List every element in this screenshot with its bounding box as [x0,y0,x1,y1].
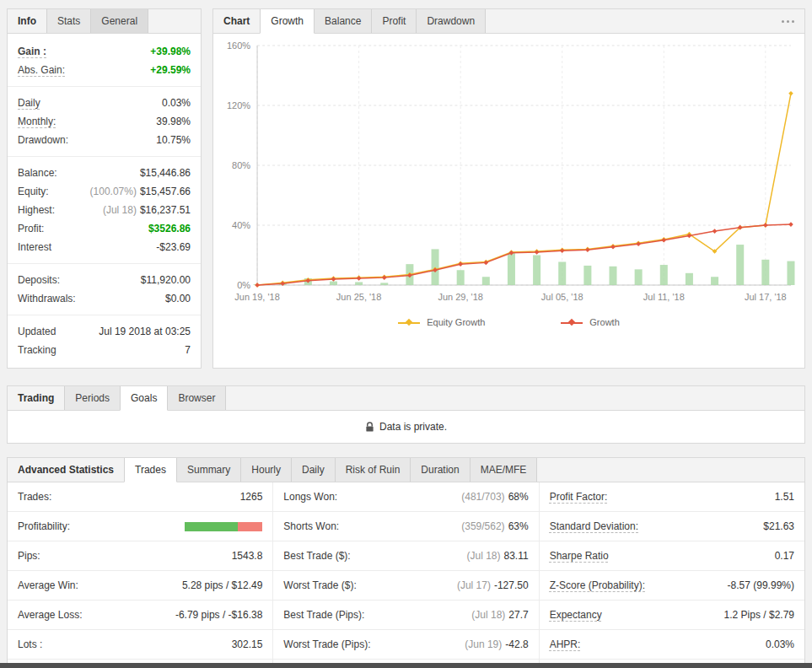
svg-text:Jun 29, '18: Jun 29, '18 [438,292,483,302]
balance-value: $15,446.86 [140,164,191,182]
stat-label: Standard Deviation: [550,520,638,532]
svg-text:Jul 17, '18: Jul 17, '18 [745,292,787,302]
ellipsis-menu-icon[interactable] [772,9,804,33]
stat-value: 1543.8 [232,550,263,562]
monthly-value: 39.98% [156,112,191,131]
stat-value: 1265 [240,491,263,503]
stat-label: AHPR: [550,638,581,650]
info-row-updated: Updated Jul 19 2018 at 03:25 [8,322,201,341]
stat-cell-sharpe-ratio: Sharpe Ratio 0.17 [540,541,804,570]
tab-trades[interactable]: Trades [124,458,177,482]
tab-daily[interactable]: Daily [291,458,336,482]
info-row-equity: Equity: (100.07%)$15,457.66 [8,182,201,201]
balance-label: Balance: [18,164,57,182]
equity-prefix: (100.07%) [90,186,137,197]
interest-value: -$23.69 [156,238,191,256]
tracking-value: 7 [185,341,191,359]
abs-gain-label: Abs. Gain: [18,61,65,79]
tab-duration[interactable]: Duration [410,458,470,482]
tab-trading[interactable]: Trading [8,386,64,410]
stat-prefix: (481/703) [461,491,504,503]
stat-label: Longs Won: [283,491,337,503]
table-row: Average Win: 5.28 pips / $12.49 Worst Tr… [8,571,804,601]
stat-label: Profitability: [18,520,70,532]
stat-label: Worst Trade ($): [283,579,356,591]
stat-value: 1.51 [775,491,794,503]
tab-info[interactable]: Info [8,9,46,33]
svg-text:Jul 11, '18: Jul 11, '18 [643,292,685,302]
equity-value: (100.07%)$15,457.66 [90,182,191,201]
stat-value: (Jul 17)-127.50 [457,579,529,591]
tab-summary[interactable]: Summary [176,458,241,482]
info-row-highest: Highest: (Jul 18)$16,237.51 [8,201,201,219]
stat-prefix: (Jul 17) [457,579,491,591]
stat-value: 0.17 [775,550,794,562]
tab-general[interactable]: General [90,9,148,33]
tab-hourly[interactable]: Hourly [240,458,292,482]
stat-value: -8.57 (99.99%) [728,579,794,591]
gain-label: Gain : [18,42,46,61]
stat-cell-shorts-won: Shorts Won: (359/562)63% [273,512,539,541]
table-row: Pips: 1543.8 Best Trade ($): (Jul 18)83.… [8,541,804,571]
info-row-withdrawals: Withdrawals: $0.00 [8,289,201,308]
tab-balance[interactable]: Balance [314,9,372,33]
profit-label: Profit: [18,219,44,238]
stat-cell-average-win: Average Win: 5.28 pips / $12.49 [8,571,273,600]
stat-label: Worst Trade (Pips): [283,638,370,650]
stat-label: Profit Factor: [550,491,608,503]
abs-gain-value: +29.59% [150,61,191,79]
stat-label: Sharpe Ratio [550,550,609,562]
info-row-tracking: Tracking 7 [8,341,201,359]
tab-growth[interactable]: Growth [260,9,315,34]
tab-periods[interactable]: Periods [64,386,121,410]
tab-advanced-statistics[interactable]: Advanced Statistics [8,458,124,482]
withdrawals-label: Withdrawals: [18,289,76,308]
stat-value: 0.03% [766,638,794,650]
info-group-gain: Gain : +39.98% Abs. Gain: +29.59% [8,35,201,87]
private-message-row: Data is private. [8,411,804,443]
updated-label: Updated [18,322,56,341]
tab-browser[interactable]: Browser [167,386,226,410]
stat-prefix: (Jun 19) [465,638,502,650]
stat-value: $21.63 [763,520,794,532]
legend-item-equity-growth: Equity Growth [398,317,485,327]
tabbar-spacer [536,458,804,482]
footer-strip [0,663,812,668]
private-message: Data is private. [379,421,447,433]
stat-cell-average-loss: Average Loss: -6.79 pips / -$16.38 [8,601,273,629]
stat-label: Pips: [18,550,40,562]
tab-goals[interactable]: Goals [120,386,168,411]
chart-legend: Equity Growth Growth [213,310,804,334]
tab-mae-mfe[interactable]: MAE/MFE [470,458,538,482]
tab-stats[interactable]: Stats [46,9,91,33]
profitability-bar [185,522,262,531]
monthly-label: Monthly: [18,112,56,131]
tab-chart[interactable]: Chart [213,9,260,33]
equity-growth-marker-icon [398,319,420,326]
stat-label: Shorts Won: [283,520,339,532]
tab-risk-of-ruin[interactable]: Risk of Ruin [335,458,411,482]
deposits-label: Deposits: [18,271,60,289]
stat-cell-expectancy: Expectancy 1.2 Pips / $2.79 [540,601,804,629]
highest-label: Highest: [18,201,55,219]
stat-prefix: (Jul 18) [471,609,505,621]
stat-label: Best Trade (Pips): [283,609,364,621]
table-row: Lots : 302.15 Worst Trade (Pips): (Jun 1… [8,630,804,660]
stat-cell-standard-deviation: Standard Deviation: $21.63 [540,512,804,541]
trading-tabbar: Trading Periods Goals Browser [8,386,804,411]
highest-prefix: (Jul 18) [103,204,137,216]
lock-icon [365,422,374,433]
stat-value: (481/703)68% [461,491,528,503]
info-row-profit: Profit: $3526.86 [8,219,201,238]
tab-drawdown[interactable]: Drawdown [416,9,486,33]
tab-profit[interactable]: Profit [371,9,417,33]
tabbar-spacer [225,386,804,410]
svg-text:0%: 0% [237,280,250,290]
info-content: Gain : +39.98% Abs. Gain: +29.59% Daily … [8,34,201,368]
stat-cell-profit-factor: Profit Factor: 1.51 [540,482,804,511]
stat-value: (Jun 19)-42.8 [465,638,528,650]
legend-item-growth: Growth [561,317,619,327]
stat-cell-trades: Trades: 1265 [8,482,273,511]
stat-label: Lots : [18,638,42,650]
info-row-abs-gain: Abs. Gain: +29.59% [8,61,201,79]
